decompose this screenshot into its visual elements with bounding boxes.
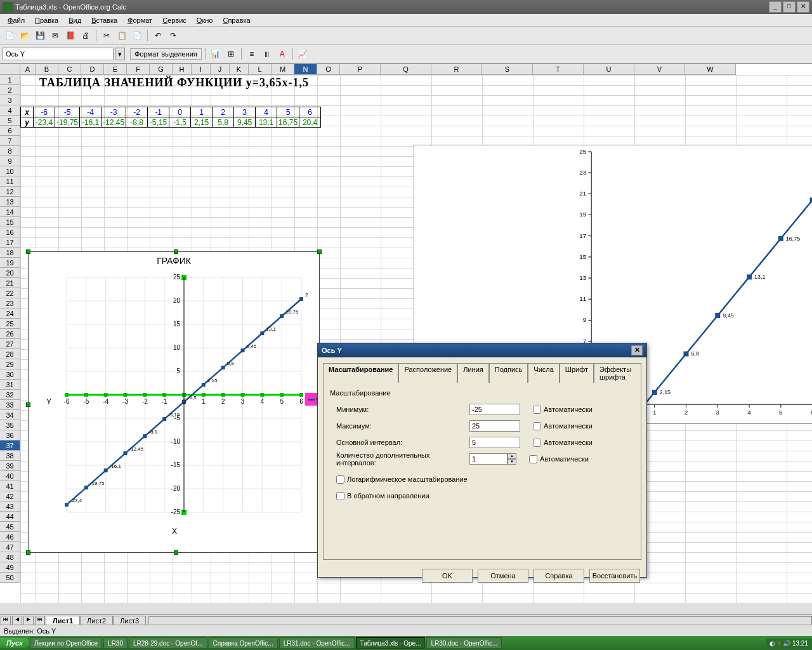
cut-icon[interactable]: ✂ (100, 29, 114, 43)
row-header-10[interactable]: 10 (0, 166, 20, 176)
system-tray[interactable]: ◐ К 🔊 13:21 (766, 639, 812, 648)
row-header-4[interactable]: 4 (0, 105, 20, 116)
row-header-45[interactable]: 45 (0, 522, 20, 532)
undo-icon[interactable]: ↶ (151, 29, 165, 43)
resize-handle[interactable] (26, 550, 30, 555)
row-header-31[interactable]: 31 (0, 380, 20, 390)
row-header-35[interactable]: 35 (0, 420, 20, 430)
row-header-36[interactable]: 36 (0, 430, 20, 441)
menu-Справка[interactable]: Справка (218, 15, 255, 25)
row-header-40[interactable]: 40 (0, 471, 20, 481)
tray-icon[interactable]: ◐ (769, 640, 775, 647)
resize-handle[interactable] (174, 550, 178, 555)
maximize-button[interactable]: □ (783, 1, 796, 13)
copy-icon[interactable]: 📋 (115, 29, 129, 43)
chart-graph-editing[interactable]: ГРАФИК -23,4-19,75-16,1-12,45-8,8-5,15-1… (28, 251, 320, 553)
row-header-5[interactable]: 5 (0, 116, 20, 126)
row-header-6[interactable]: 6 (0, 126, 20, 136)
chart-data-icon[interactable]: ⊞ (224, 47, 238, 61)
row-header-20[interactable]: 20 (0, 268, 20, 278)
row-header-13[interactable]: 13 (0, 197, 20, 207)
start-button[interactable]: Пуск (0, 638, 29, 648)
row-header-32[interactable]: 32 (0, 390, 20, 400)
col-header-B[interactable]: B (36, 64, 58, 75)
task-item[interactable]: LR30.doc - OpenOffic... (426, 637, 502, 649)
close-button[interactable]: ✕ (797, 1, 809, 13)
col-header-E[interactable]: E (104, 64, 127, 75)
col-header-A[interactable]: A (20, 64, 36, 75)
redo-icon[interactable]: ↷ (166, 29, 180, 43)
menu-Сервис[interactable]: Сервис (157, 15, 192, 25)
col-header-G[interactable]: G (150, 64, 173, 75)
row-header-12[interactable]: 12 (0, 187, 20, 197)
new-icon[interactable]: 📄 (3, 29, 16, 43)
menu-Вид[interactable]: Вид (63, 15, 86, 25)
paste-icon[interactable]: 📄 (130, 29, 144, 43)
task-item[interactable]: LR28-29.doc - OpenOf... (129, 637, 207, 649)
row-header-21[interactable]: 21 (0, 278, 20, 288)
menu-Формат[interactable]: Формат (122, 15, 157, 25)
col-header-R[interactable]: R (431, 64, 482, 75)
spin-down[interactable]: ▼ (508, 459, 516, 465)
name-box-dropdown[interactable]: ▾ (115, 48, 125, 60)
print-icon[interactable]: 🖨 (79, 29, 93, 43)
col-header-O[interactable]: O (317, 64, 340, 75)
row-header-9[interactable]: 9 (0, 156, 20, 166)
row-header-50[interactable]: 50 (0, 573, 20, 583)
minor-input[interactable] (469, 453, 508, 465)
col-header-P[interactable]: P (340, 64, 381, 75)
task-item[interactable]: LR31.doc - OpenOffic... (279, 637, 355, 649)
row-header-24[interactable]: 24 (0, 308, 20, 319)
menu-Окно[interactable]: Окно (192, 15, 218, 25)
col-header-F[interactable]: F (127, 64, 150, 75)
row-header-15[interactable]: 15 (0, 217, 20, 227)
min-input[interactable] (469, 404, 520, 415)
major-input[interactable] (469, 437, 520, 448)
tab-4[interactable]: Числа (528, 363, 560, 383)
horizontal-scrollbar[interactable] (148, 616, 812, 625)
reverse-checkbox[interactable] (336, 492, 344, 500)
col-header-L[interactable]: L (249, 64, 272, 75)
chart-type-icon[interactable]: 📊 (209, 47, 223, 61)
row-header-22[interactable]: 22 (0, 288, 20, 298)
major-auto-checkbox[interactable] (533, 439, 541, 447)
cancel-button[interactable]: Отмена (478, 569, 528, 583)
task-item[interactable]: Лекции по OpenOffice (30, 637, 102, 649)
row-header-23[interactable]: 23 (0, 298, 20, 308)
row-header-39[interactable]: 39 (0, 461, 20, 471)
open-icon[interactable]: 📂 (18, 29, 32, 43)
col-header-D[interactable]: D (81, 64, 104, 75)
help-button[interactable]: Справка (534, 569, 584, 583)
dialog-close-button[interactable]: ✕ (631, 345, 643, 355)
row-header-42[interactable]: 42 (0, 491, 20, 501)
min-auto-checkbox[interactable] (533, 406, 541, 414)
minor-auto-checkbox[interactable] (529, 455, 537, 463)
grid-v-icon[interactable]: ⫼ (260, 47, 274, 61)
max-auto-checkbox[interactable] (533, 422, 541, 430)
row-header-48[interactable]: 48 (0, 552, 20, 562)
reset-button[interactable]: Восстановить (589, 569, 640, 583)
col-header-J[interactable]: J (211, 64, 230, 75)
tab-5[interactable]: Шрифт (560, 363, 594, 383)
row-header-19[interactable]: 19 (0, 258, 20, 268)
resize-handle[interactable] (174, 249, 178, 254)
grid-h-icon[interactable]: ≡ (245, 47, 259, 61)
row-header-14[interactable]: 14 (0, 207, 20, 217)
tab-0[interactable]: Масштабирование (323, 363, 398, 383)
tray-icon[interactable]: К (777, 640, 781, 647)
minimize-button[interactable]: _ (769, 1, 782, 13)
row-header-26[interactable]: 26 (0, 329, 20, 339)
menu-Вставка[interactable]: Вставка (86, 15, 122, 25)
row-header-47[interactable]: 47 (0, 542, 20, 552)
row-header-38[interactable]: 38 (0, 451, 20, 461)
task-item[interactable]: Таблица3.xls - Ope... (356, 637, 426, 649)
tab-6[interactable]: Эффекты шрифта (594, 363, 641, 383)
row-header-33[interactable]: 33 (0, 400, 20, 410)
row-header-3[interactable]: 3 (0, 95, 20, 105)
ok-button[interactable]: OK (422, 569, 473, 583)
col-header-V[interactable]: V (634, 64, 685, 75)
row-header-1[interactable]: 1 (0, 75, 20, 85)
row-header-16[interactable]: 16 (0, 227, 20, 237)
row-header-29[interactable]: 29 (0, 359, 20, 369)
menu-Правка[interactable]: Правка (30, 15, 63, 25)
